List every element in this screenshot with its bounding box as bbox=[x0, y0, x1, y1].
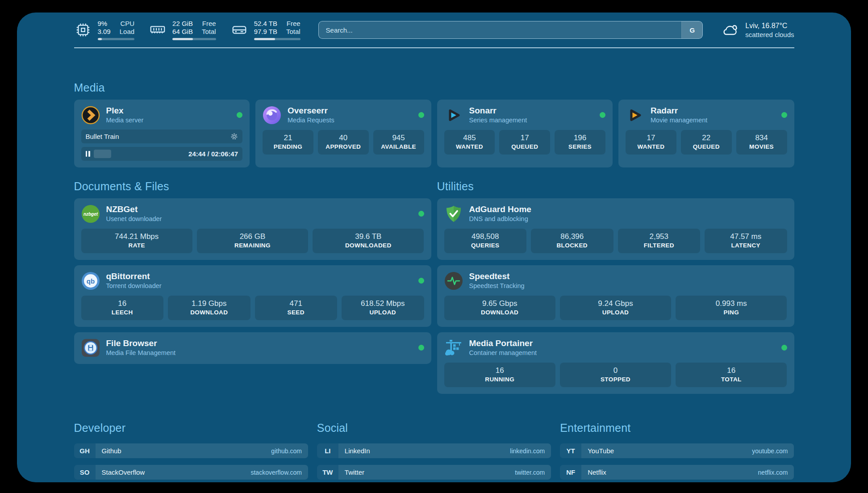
disk-total-value: 97.9 TB bbox=[254, 28, 277, 36]
stat-download: 1.19 Gbps DOWNLOAD bbox=[168, 296, 250, 320]
speedtest-subtitle: Speedtest Tracking bbox=[469, 282, 525, 290]
nzbget-subtitle: Usenet downloader bbox=[106, 215, 162, 223]
card-speedtest[interactable]: Speedtest Speedtest Tracking 9.65 Gbps D… bbox=[437, 265, 794, 327]
stat-ping: 0.993 ms PING bbox=[676, 296, 787, 320]
entertainment-heading: Entertainment bbox=[560, 422, 794, 435]
disk-total-label: Total bbox=[286, 28, 300, 36]
now-playing-title: Bullet Train bbox=[86, 133, 119, 140]
search-provider-button[interactable]: G bbox=[681, 21, 702, 38]
weather-condition: scattered clouds bbox=[745, 30, 794, 39]
stat-filtered: 2,953 FILTERED bbox=[618, 229, 701, 253]
cpu-progress-bar bbox=[98, 38, 135, 40]
card-sonarr[interactable]: Sonarr Series management 485 WANTED 17 Q… bbox=[437, 100, 613, 167]
memory-free-label: Free bbox=[202, 20, 216, 28]
utilities-heading: Utilities bbox=[437, 180, 794, 193]
stat-seed: 471 SEED bbox=[255, 296, 338, 320]
documents-heading: Documents & Files bbox=[74, 180, 431, 193]
card-overseerr[interactable]: Overseerr Media Requests 21 PENDING 40 A… bbox=[255, 100, 431, 167]
load-label: Load bbox=[120, 28, 134, 36]
disk-free-value: 52.4 TB bbox=[254, 20, 277, 28]
radarr-icon bbox=[626, 106, 644, 125]
speedtest-icon bbox=[444, 272, 463, 290]
radarr-subtitle: Movie management bbox=[651, 116, 707, 125]
memory-widget: 22 GiB 64 GiB Free Total bbox=[149, 20, 216, 40]
card-qbittorrent[interactable]: qb qBittorrent Torrent downloader 16 bbox=[74, 265, 431, 327]
disk-widget: 52.4 TB 97.9 TB Free Total bbox=[230, 20, 300, 40]
card-portainer[interactable]: Media Portainer Container management 16 … bbox=[437, 332, 794, 394]
overseerr-icon bbox=[263, 106, 281, 125]
disk-free-label: Free bbox=[286, 20, 300, 28]
disk-progress-bar bbox=[254, 38, 300, 40]
settings-gear-icon[interactable] bbox=[230, 133, 238, 140]
nzbget-icon: nzbget bbox=[81, 205, 100, 223]
bookmarks-section: Developer GH Github github.com SO StackO… bbox=[74, 422, 794, 482]
memory-total-label: Total bbox=[202, 28, 216, 36]
section-documents: Documents & Files nzbget NZBGet Usenet d… bbox=[74, 180, 431, 364]
adguard-title: AdGuard Home bbox=[469, 204, 531, 215]
stat-running: 16 RUNNING bbox=[444, 363, 555, 387]
card-radarr[interactable]: Radarr Movie management 17 WANTED 22 QUE… bbox=[618, 100, 794, 167]
player-row: 24:44 / 02:06:47 bbox=[81, 147, 243, 161]
filebrowser-title: File Browser bbox=[106, 338, 176, 349]
status-dot bbox=[418, 211, 424, 217]
status-dot bbox=[418, 345, 424, 351]
search-bar: G bbox=[318, 21, 703, 39]
bookmark-youtube[interactable]: YT YouTube youtube.com bbox=[560, 443, 794, 458]
dashboard-panel: 9% 3.09 CPU Load bbox=[17, 13, 851, 482]
qbittorrent-icon: qb bbox=[81, 272, 100, 290]
memory-progress-bar bbox=[172, 38, 216, 40]
bookmark-stackoverflow[interactable]: SO StackOverflow stackoverflow.com bbox=[74, 465, 308, 480]
bookmark-twitter[interactable]: TW Twitter twitter.com bbox=[317, 465, 551, 480]
pause-icon[interactable] bbox=[86, 151, 90, 157]
stat-approved: 40 APPROVED bbox=[318, 130, 369, 155]
stat-upload: 618.52 Mbps UPLOAD bbox=[342, 296, 424, 320]
bookmark-group-social: Social LI LinkedIn linkedin.com TW Twitt… bbox=[317, 422, 551, 482]
adguard-subtitle: DNS and adblocking bbox=[469, 215, 531, 223]
cpu-widget: 9% 3.09 CPU Load bbox=[74, 20, 135, 40]
filebrowser-subtitle: Media File Management bbox=[106, 349, 176, 357]
status-dot bbox=[418, 112, 424, 118]
filebrowser-icon bbox=[81, 338, 100, 357]
svg-text:qb: qb bbox=[86, 277, 94, 284]
cpu-load-value: 3.09 bbox=[98, 28, 111, 36]
stat-wanted: 17 WANTED bbox=[626, 130, 676, 155]
weather-widget: Lviv, 16.87°C scattered clouds bbox=[721, 21, 794, 39]
overseerr-title: Overseerr bbox=[288, 105, 334, 116]
sonarr-title: Sonarr bbox=[469, 105, 527, 116]
cpu-label: CPU bbox=[120, 20, 134, 28]
qbittorrent-title: qBittorrent bbox=[106, 271, 162, 282]
bookmark-linkedin[interactable]: LI LinkedIn linkedin.com bbox=[317, 443, 551, 458]
svg-text:nzbget: nzbget bbox=[83, 212, 98, 217]
stat-downloaded: 39.6 TB DOWNLOADED bbox=[313, 229, 424, 253]
stat-series: 196 SERIES bbox=[555, 130, 605, 155]
stat-leech: 16 LEECH bbox=[81, 296, 164, 320]
nzbget-title: NZBGet bbox=[106, 204, 162, 215]
stat-total: 16 TOTAL bbox=[676, 363, 787, 387]
playback-progress-bar[interactable] bbox=[94, 150, 184, 158]
card-plex[interactable]: Plex Media server Bullet Train bbox=[74, 100, 250, 167]
bookmark-github[interactable]: GH Github github.com bbox=[74, 443, 308, 458]
bookmark-netflix[interactable]: NF Netflix netflix.com bbox=[560, 465, 794, 480]
plex-subtitle: Media server bbox=[106, 116, 144, 125]
now-playing-row: Bullet Train bbox=[81, 130, 243, 143]
playback-time: 24:44 / 02:06:47 bbox=[188, 150, 238, 158]
stat-wanted: 485 WANTED bbox=[444, 130, 495, 155]
section-utilities: Utilities AdGuard Home DNS bbox=[437, 180, 794, 394]
media-heading: Media bbox=[74, 81, 794, 94]
portainer-subtitle: Container management bbox=[469, 349, 537, 357]
social-heading: Social bbox=[317, 422, 551, 435]
status-dot bbox=[781, 345, 787, 351]
status-dot bbox=[418, 278, 424, 284]
card-filebrowser[interactable]: File Browser Media File Management bbox=[74, 332, 431, 364]
speedtest-title: Speedtest bbox=[469, 271, 525, 282]
card-nzbget[interactable]: nzbget NZBGet Usenet downloader 744.21 M… bbox=[74, 198, 431, 260]
plex-icon bbox=[81, 106, 100, 125]
qbittorrent-subtitle: Torrent downloader bbox=[106, 282, 162, 290]
status-dot bbox=[781, 112, 787, 118]
card-adguard[interactable]: AdGuard Home DNS and adblocking 498,508 … bbox=[437, 198, 794, 260]
stat-remaining: 266 GB REMAINING bbox=[197, 229, 308, 253]
search-input[interactable] bbox=[319, 21, 682, 38]
stat-blocked: 86,396 BLOCKED bbox=[531, 229, 613, 253]
stat-upload: 9.24 Gbps UPLOAD bbox=[560, 296, 671, 320]
header-divider bbox=[74, 47, 794, 48]
